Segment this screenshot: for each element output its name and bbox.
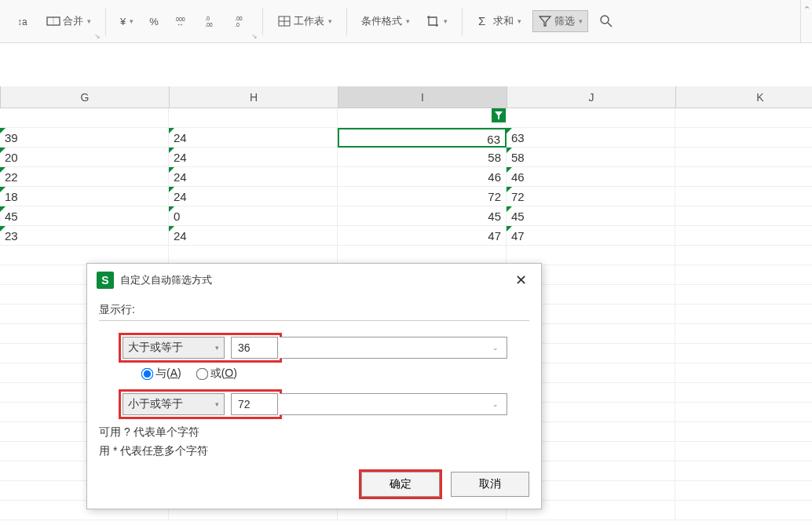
cell[interactable] [675,226,812,246]
cell[interactable] [675,383,812,403]
cell[interactable]: 47 [507,226,675,246]
cell[interactable]: 47 [338,226,507,246]
cell[interactable]: 24 [169,226,338,246]
cell[interactable]: 72 [507,187,675,206]
condition-1-operator[interactable]: 大于或等于 ▾ [123,337,225,359]
cell[interactable]: 58 [507,148,675,167]
cell[interactable]: 45 [338,206,507,226]
cell[interactable] [169,108,338,128]
cell[interactable]: 45 [507,206,675,226]
cell[interactable] [0,108,169,128]
number-format-group: ¥ ▾ % 000↔ .0.00 .00.0 ↘ [108,0,261,42]
merge-button[interactable]: 合并 ▾ [42,11,96,31]
cell[interactable] [675,422,812,442]
cell[interactable] [338,108,507,128]
dialog-launcher-icon[interactable]: ↘ [94,32,101,40]
cell[interactable]: 24 [169,148,338,167]
cell[interactable] [675,363,812,383]
condition-2-value[interactable]: 72 [231,393,278,415]
autofilter-dialog: S 自定义自动筛选方式 ✕ 显示行: 大于或等于 ▾ 36 ⌄ [86,263,542,509]
cell[interactable] [675,344,812,363]
cell[interactable] [675,265,812,285]
cell[interactable] [675,148,812,167]
column-header-G[interactable]: G [1,86,170,108]
cell[interactable] [675,442,812,462]
cell[interactable] [675,167,812,187]
currency-button[interactable]: ¥ ▾ [115,13,138,31]
cancel-button[interactable]: 取消 [451,472,529,497]
cell[interactable] [675,206,812,226]
cell[interactable] [675,108,812,128]
dialog-launcher-icon[interactable]: ↘ [251,32,258,40]
column-header-I[interactable]: I [338,86,507,108]
chevron-down-icon: ▾ [215,344,219,352]
sum-button[interactable]: Σ 求和 ▾ [472,11,526,31]
radio-or[interactable]: 或(O) [197,367,237,381]
chevron-down-icon: ▾ [444,17,448,25]
filter-button[interactable]: 筛选 ▾ [532,10,588,32]
cell[interactable]: 58 [338,148,507,167]
radio-and[interactable]: 与(A) [142,367,181,381]
cell[interactable] [675,462,812,481]
cell[interactable] [675,481,812,501]
radio-or-input[interactable] [196,367,208,380]
close-button[interactable]: ✕ [510,270,532,290]
cell[interactable]: 63 [338,128,507,148]
cell[interactable]: 23 [0,226,169,246]
table-row: 39246363 [0,128,812,148]
column-header-J[interactable]: J [507,86,676,108]
cell[interactable] [675,324,812,344]
condition-2-row: 小于或等于 ▾ 72 ⌄ [121,392,529,417]
cell[interactable] [675,305,812,324]
filter-indicator-icon[interactable] [492,108,506,122]
cell[interactable] [675,246,812,265]
orientation-button[interactable]: ↕a [12,11,35,31]
increase-decimal-button[interactable]: .0.00 [199,11,223,31]
cell[interactable]: 39 [0,128,169,148]
percent-button[interactable]: % [144,13,163,31]
condition-2-value-ext[interactable]: ⌄ [280,393,507,415]
svg-text:.00: .00 [205,22,213,27]
cell[interactable] [675,501,812,520]
cell[interactable] [675,187,812,206]
cell[interactable]: 24 [169,187,338,206]
condition-2-operator[interactable]: 小于或等于 ▾ [123,393,225,415]
condition-1-value[interactable]: 36 [231,337,278,359]
worksheet-button[interactable]: 工作表 ▾ [272,11,337,31]
cell[interactable]: 46 [507,167,675,187]
cell[interactable]: 18 [0,187,169,206]
condition-1-value-ext[interactable]: ⌄ [280,337,507,359]
chevron-down-icon: ▾ [130,17,134,25]
cell[interactable] [675,285,812,305]
filter-label: 筛选 [554,14,575,28]
comma-button[interactable]: 000↔ [170,11,193,31]
column-header-H[interactable]: H [170,86,338,108]
cell[interactable] [507,108,675,128]
table-row: 18247272 [0,187,812,206]
cell[interactable]: 24 [169,128,338,148]
ribbon-expand[interactable]: ⌃ [800,0,812,43]
cell[interactable]: 72 [338,187,507,206]
percent-icon: % [149,16,159,27]
cell[interactable]: 45 [0,206,169,226]
error-indicator-icon [0,206,5,212]
cell[interactable]: 22 [0,167,169,187]
filter-icon [538,14,552,28]
cell[interactable]: 46 [338,167,507,187]
condition-1-row: 大于或等于 ▾ 36 ⌄ [121,335,529,360]
column-header-K[interactable]: K [676,86,812,108]
error-indicator-icon [507,187,512,192]
decrease-decimal-button[interactable]: .00.0 [229,11,253,31]
cell[interactable] [675,128,812,148]
radio-and-input[interactable] [141,367,154,380]
crop-button[interactable]: ▾ [421,11,452,31]
merge-label: 合并 [63,14,83,28]
cell[interactable]: 20 [0,148,169,167]
cell[interactable]: 24 [169,167,338,187]
conditional-format-button[interactable]: 条件格式 ▾ [357,11,415,31]
cell[interactable]: 63 [507,128,675,148]
ok-button[interactable]: 确定 [361,472,440,497]
cell[interactable] [675,403,812,422]
search-button[interactable] [594,11,618,31]
cell[interactable]: 0 [169,206,338,226]
